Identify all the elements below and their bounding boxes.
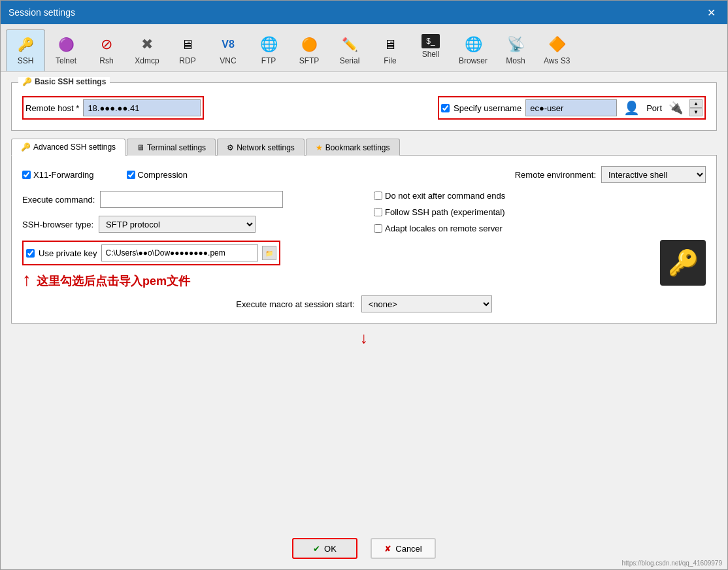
tab-awss3[interactable]: 🔶 Aws S3 <box>537 29 577 71</box>
execute-command-label: Execute command: <box>22 195 95 205</box>
annotation-text: 这里勾选后点击导入pem文件 <box>37 273 190 289</box>
adv-tab-network[interactable]: ⚙ Network settings <box>217 139 305 156</box>
adapt-locales-group: Adapt locales on remote server <box>374 224 706 233</box>
tab-bar: 🔑 SSH 🟣 Telnet ⊘ Rsh ✖ Xdmcp 🖥 RDP V8 VN… <box>1 24 727 72</box>
bottom-area: ✔ OK ✘ Cancel https://blog.csdn.net/qq_4… <box>1 531 727 569</box>
tab-shell-label: Shell <box>422 50 440 59</box>
x11-forwarding-checkbox[interactable] <box>22 171 31 179</box>
ok-button[interactable]: ✔ OK <box>292 538 357 559</box>
sftp-icon: 🟠 <box>299 34 320 55</box>
tab-awss3-label: Aws S3 <box>544 56 570 65</box>
adv-tab-terminal[interactable]: 🖥 Terminal settings <box>127 139 216 156</box>
follow-ssh-path-checkbox[interactable] <box>374 208 382 216</box>
tab-rdp[interactable]: 🖥 RDP <box>168 29 207 71</box>
use-private-key-label: Use private key <box>39 248 97 258</box>
adv-tab-bookmark[interactable]: ★ Bookmark settings <box>306 139 400 156</box>
rsh-icon: ⊘ <box>96 34 117 55</box>
cancel-button[interactable]: ✘ Cancel <box>371 538 436 559</box>
tab-file-label: File <box>384 56 396 65</box>
session-settings-window: Session settings ✕ 🔑 SSH 🟣 Telnet ⊘ Rsh … <box>0 0 728 570</box>
tab-rdp-label: RDP <box>179 56 195 65</box>
user-icon: 👤 <box>623 100 640 116</box>
tab-browser[interactable]: 🌐 Browser <box>452 29 495 71</box>
do-not-exit-label: Do not exit after command ends <box>385 191 505 201</box>
private-key-box: Use private key 📁 <box>22 241 280 265</box>
tab-rsh[interactable]: ⊘ Rsh <box>87 29 126 71</box>
ssh-browser-row: SSH-browser type: SFTP protocol SCP prot… <box>22 216 354 233</box>
serial-icon: ✏️ <box>339 34 360 55</box>
private-key-input[interactable] <box>101 244 258 261</box>
ssh-browser-label: SSH-browser type: <box>22 220 93 229</box>
execute-macro-row: Execute macro at session start: <none> <box>22 295 706 312</box>
window-title: Session settings <box>8 7 75 18</box>
tab-xdmcp-label: Xdmcp <box>135 56 159 65</box>
tab-xdmcp[interactable]: ✖ Xdmcp <box>127 29 167 71</box>
key-icon-box: 🔑 <box>660 240 706 286</box>
tab-ftp-label: FTP <box>261 56 276 65</box>
tab-serial-label: Serial <box>340 56 360 65</box>
adv-col-right: Do not exit after command ends Follow SS… <box>374 191 706 290</box>
tab-sftp[interactable]: 🟠 SFTP <box>290 29 329 71</box>
execute-command-row: Execute command: <box>22 191 354 208</box>
awss3-icon: 🔶 <box>546 34 567 55</box>
port-down-button[interactable]: ▼ <box>689 108 703 116</box>
tab-vnc[interactable]: V8 VNC <box>208 29 248 71</box>
advanced-ssh-section: 🔑 Advanced SSH settings 🖥 Terminal setti… <box>11 139 717 324</box>
do-not-exit-group: Do not exit after command ends <box>374 191 706 201</box>
basic-ssh-section: 🔑 Basic SSH settings Remote host * <box>11 82 717 131</box>
tab-telnet[interactable]: 🟣 Telnet <box>46 29 86 71</box>
execute-macro-select[interactable]: <none> <box>361 295 492 312</box>
adapt-locales-checkbox[interactable] <box>374 224 382 233</box>
tab-rsh-label: Rsh <box>99 56 113 65</box>
tab-serial[interactable]: ✏️ Serial <box>330 29 369 71</box>
annotation-arrow: ↑ <box>22 269 31 290</box>
ssh-browser-select[interactable]: SFTP protocol SCP protocol None <box>99 216 256 233</box>
tab-browser-label: Browser <box>459 56 488 65</box>
execute-command-input[interactable] <box>100 191 283 208</box>
bottom-bar: ✔ OK ✘ Cancel <box>1 531 727 569</box>
remote-host-box: Remote host * <box>22 96 204 120</box>
do-not-exit-checkbox[interactable] <box>374 192 382 200</box>
tab-ssh[interactable]: 🔑 SSH <box>6 29 45 71</box>
follow-ssh-path-group: Follow SSH path (experimental) <box>374 207 706 217</box>
execute-macro-label: Execute macro at session start: <box>236 299 354 309</box>
username-input[interactable] <box>525 99 617 116</box>
mosh-icon: 📡 <box>505 34 526 55</box>
port-up-button[interactable]: ▲ <box>689 99 703 108</box>
x11-forwarding-group: X11-Forwarding <box>22 170 94 180</box>
file-icon: 🖥 <box>380 34 401 55</box>
adapt-locales-label: Adapt locales on remote server <box>385 224 503 233</box>
adv-tab-advanced-ssh[interactable]: 🔑 Advanced SSH settings <box>11 139 125 156</box>
tab-file[interactable]: 🖥 File <box>371 29 410 71</box>
compression-label: Compression <box>138 170 188 180</box>
tab-telnet-label: Telnet <box>56 56 76 65</box>
title-bar: Session settings ✕ <box>1 1 727 24</box>
compression-checkbox[interactable] <box>127 171 135 179</box>
telnet-icon: 🟣 <box>56 34 76 55</box>
tab-vnc-label: VNC <box>220 56 236 65</box>
specify-username-checkbox[interactable] <box>441 104 450 112</box>
ok-arrow-icon: ↓ <box>360 329 368 347</box>
rdp-icon: 🖥 <box>177 34 198 55</box>
basic-ssh-title: 🔑 Basic SSH settings <box>18 77 110 86</box>
use-private-key-checkbox[interactable] <box>26 249 35 258</box>
shell-icon: $_ <box>422 34 440 48</box>
terminal-icon: 🖥 <box>137 143 144 152</box>
remote-environment-label: Remote environment: <box>515 170 596 180</box>
tab-mosh[interactable]: 📡 Mosh <box>496 29 535 71</box>
browse-private-key-button[interactable]: 📁 <box>262 246 276 260</box>
tab-ftp[interactable]: 🌐 FTP <box>249 29 288 71</box>
tab-shell[interactable]: $_ Shell <box>411 29 450 71</box>
tab-sftp-label: SFTP <box>299 56 320 65</box>
remote-environment-select[interactable]: Interactive shell Bash Custom command <box>601 166 706 183</box>
remote-host-input[interactable] <box>83 99 201 116</box>
adv-two-col: Execute command: SSH-browser type: SFTP … <box>22 191 706 290</box>
ok-check-icon: ✔ <box>313 544 320 554</box>
close-button[interactable]: ✕ <box>703 5 720 20</box>
basic-ssh-icon: 🔑 <box>22 77 32 86</box>
remote-host-label: Remote host * <box>25 103 79 113</box>
bookmark-icon: ★ <box>316 143 323 152</box>
tab-ssh-label: SSH <box>18 56 34 65</box>
tab-mosh-label: Mosh <box>506 56 525 65</box>
port-icon: 🔌 <box>669 101 683 115</box>
